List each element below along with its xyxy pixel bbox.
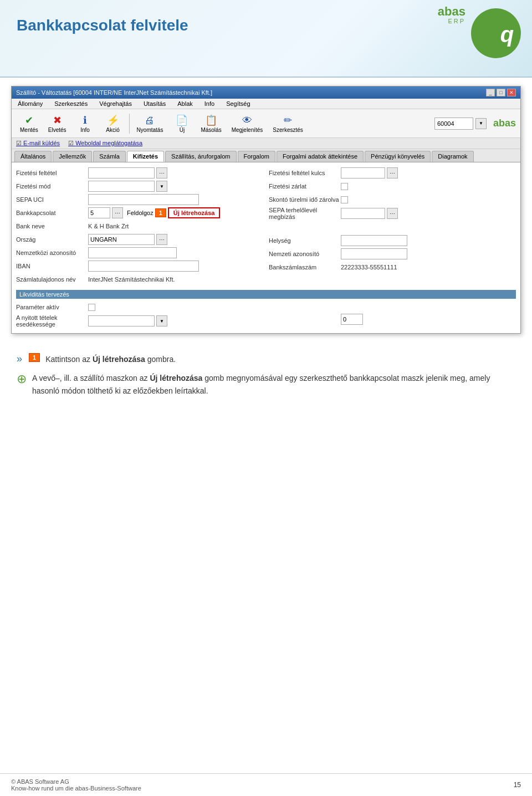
quickbar: E-mail küldés Weboldal meglátogatása	[12, 138, 520, 149]
sepa-terhelolevél-btn[interactable]: ⋯	[387, 208, 398, 219]
fizetes-feltetel-input[interactable]	[88, 167, 155, 178]
orszag-btn[interactable]: ⋯	[156, 234, 167, 245]
tab-szamla[interactable]: Számla	[93, 151, 126, 162]
new-doc-icon: 📄	[174, 114, 190, 127]
nyitott-dropdown[interactable]: ▼	[156, 315, 167, 326]
menu-allomany[interactable]: Állomány	[16, 100, 44, 108]
fizetes-mod-label: Fizetési mód	[16, 183, 88, 190]
sepa-terhelolevél-input[interactable]	[341, 208, 385, 219]
fizetes-feltetel-btn[interactable]: ⋯	[156, 167, 167, 178]
weboldal-link[interactable]: Weboldal meglátogatása	[68, 140, 142, 147]
szamlatulajdonos-label: Számlatulajdonos név	[16, 276, 88, 283]
maximize-button[interactable]: □	[497, 89, 505, 96]
likviditas-section: Paraméter aktív A nyitott tételek esedék…	[16, 301, 516, 329]
parameter-aktiv-field	[88, 304, 263, 311]
nyitott-tételek-label: A nyitott tételek esedékessége	[16, 314, 88, 328]
fizetes-zarlat-checkbox[interactable]	[341, 183, 348, 190]
nyitott-tételek-input[interactable]	[88, 315, 155, 326]
step1-arrow-icon: »	[17, 353, 22, 365]
fizetes-zarlat-row: Fizetési zárlat	[269, 180, 516, 192]
mentes-button[interactable]: ✔ Mentés	[16, 111, 42, 135]
search-dropdown[interactable]: ▼	[475, 118, 487, 129]
akcio-button[interactable]: ⚡ Akció	[100, 111, 126, 135]
toolbar-abas-logo: abas	[493, 118, 516, 129]
bankkapcsolat-btn[interactable]: ⋯	[112, 207, 123, 218]
uj-button[interactable]: 📄 Új	[169, 111, 195, 135]
page-footer: © ABAS Software AG Know-how rund um die …	[0, 773, 532, 796]
action-icon: ⚡	[105, 114, 121, 127]
bank-neve-value: K & H Bank Zrt	[88, 223, 129, 229]
menu-utasitas[interactable]: Utasítás	[142, 100, 167, 108]
footer-copyright: © ABAS Software AG	[11, 778, 141, 785]
skonto-checkbox[interactable]	[341, 196, 348, 203]
parameter-aktiv-checkbox[interactable]	[88, 304, 95, 311]
nyomtatas-button[interactable]: 🖨 Nyomtatás	[133, 111, 167, 135]
header-band: abas ERP q Bankkapcsolat felvitele	[0, 0, 532, 78]
bank-neve-row: Bank neve K & H Bank Zrt	[16, 220, 263, 232]
fizetes-feltetel-row: Fizetési feltétel ⋯	[16, 167, 263, 179]
parameter-aktiv-row: Paraméter aktív	[16, 301, 263, 313]
form-content: Fizetési feltétel ⋯ Fizetési mód ▼ SEPA …	[12, 162, 520, 333]
fizetes-feltetel-kulcs-input[interactable]	[341, 167, 385, 178]
tab-penzugyi[interactable]: Pénzügyi könyvelés	[365, 151, 431, 162]
helyseg-row: Helység	[269, 234, 516, 247]
bankszamlaszam-field: 22223333-55551111	[341, 264, 516, 271]
menu-ablak[interactable]: Ablak	[176, 100, 195, 108]
menu-szerkesztes[interactable]: Szerkesztés	[53, 100, 89, 108]
nemz-azonosito-input[interactable]	[88, 247, 177, 258]
email-kuldés-link[interactable]: E-mail küldés	[16, 140, 60, 147]
bankkapcsolat-row: Bankkapcsolat ⋯ Feldolgoz 1 Új létrehozá…	[16, 207, 263, 219]
masolas-label: Másolás	[201, 127, 221, 133]
tab-diagramok[interactable]: Diagramok	[432, 151, 473, 162]
orszag-input[interactable]	[88, 234, 155, 245]
akcio-label: Akció	[106, 127, 119, 133]
masolas-button[interactable]: 📋 Másolás	[197, 111, 225, 135]
info-button[interactable]: ℹ Info	[73, 111, 98, 135]
menu-vegrehajtas[interactable]: Végrehajtás	[98, 100, 134, 108]
nemz-azonosito-row: Nemzetközi azonosító	[16, 247, 263, 259]
step2-circle-icon: ⊕	[17, 372, 27, 386]
felolgozo-label: Feldolgoz	[127, 210, 154, 216]
sepa-uci-input[interactable]	[88, 194, 199, 205]
print-icon: 🖨	[142, 114, 157, 127]
toolbar-separator-1	[129, 114, 130, 134]
bankkapcsolat-input[interactable]	[88, 207, 110, 218]
form-right-col: Fizetési feltétel kulcs ⋯ Fizetési zárla…	[269, 167, 516, 287]
fizetes-feltetel-kulcs-btn[interactable]: ⋯	[387, 167, 398, 178]
helyseg-input[interactable]	[341, 235, 407, 246]
megjelenítes-button[interactable]: 👁 Megjelenítés	[228, 111, 267, 135]
tab-kifizetes[interactable]: Kifizetés	[127, 151, 164, 162]
tab-forgalmi[interactable]: Forgalmi adatok áttekintése	[277, 151, 364, 162]
step1-text: Kattintson az Új létrehozása gombra.	[45, 353, 176, 365]
fizetes-mod-input[interactable]	[88, 181, 155, 192]
elvetes-button[interactable]: ✖ Elvetés	[44, 111, 70, 135]
sepa-uci-label: SEPA UCI	[16, 196, 88, 203]
tab-forgalom[interactable]: Forgalom	[238, 151, 275, 162]
minimize-button[interactable]: _	[486, 89, 495, 96]
menu-segitseg[interactable]: Segítség	[224, 100, 252, 108]
skonto-field	[341, 196, 516, 203]
iban-input[interactable]	[88, 261, 199, 272]
window-controls: _ □ ✕	[486, 89, 516, 96]
sepa-uci-row: SEPA UCI	[16, 193, 263, 206]
szerkesztes-button[interactable]: ✏ Szerkesztés	[269, 111, 306, 135]
tab-szallitas[interactable]: Szállítás, áruforgalom	[165, 151, 236, 162]
checkmark-icon: ✔	[21, 114, 37, 127]
fizetes-feltetel-kulcs-field: ⋯	[341, 167, 516, 178]
menu-info[interactable]: Info	[203, 100, 216, 108]
right-spacer1	[269, 221, 516, 234]
tab-altalanos[interactable]: Általános	[14, 151, 52, 162]
search-input[interactable]	[434, 118, 473, 130]
sepa-terhelolevél-label: SEPA terhelőlevél megbízás	[269, 207, 341, 220]
uj-letrehozasa-button[interactable]: Új létrehozása	[168, 207, 221, 218]
parameter-aktiv-label: Paraméter aktív	[16, 304, 88, 310]
iban-row: IBAN	[16, 260, 263, 272]
szamlatulajdonos-row: Számlatulajdonos név InterJNet Számítást…	[16, 273, 263, 285]
tab-jellemzok[interactable]: Jellemzők	[53, 151, 92, 162]
turelmido-input[interactable]	[341, 314, 363, 325]
abas-logo-sub: ERP	[438, 18, 466, 24]
fizetes-mod-dropdown[interactable]: ▼	[156, 181, 167, 192]
close-button[interactable]: ✕	[507, 89, 516, 96]
mentes-label: Mentés	[20, 127, 38, 133]
nemzeti-azonosito-input[interactable]	[341, 248, 407, 259]
